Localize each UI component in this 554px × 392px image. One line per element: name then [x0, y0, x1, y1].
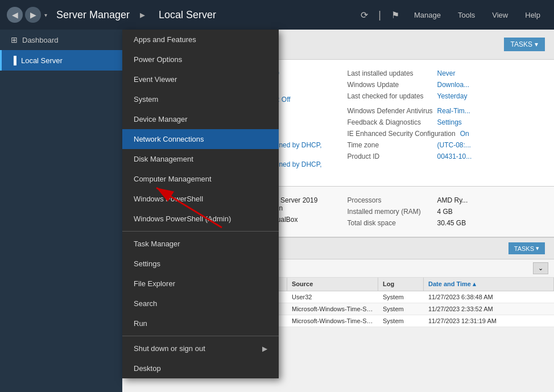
sidebar-item-local-server[interactable]: ▐ Local Server — [0, 50, 122, 71]
expand-button[interactable]: ⌄ — [533, 262, 548, 274]
antivirus-value[interactable]: Real-Tim... — [437, 107, 470, 115]
cell-datetime: 11/27/2023 2:33:52 AM — [424, 303, 554, 315]
menu-item-event-viewer[interactable]: Event Viewer — [122, 69, 279, 89]
back-button[interactable]: ◀ — [7, 7, 23, 23]
sidebar-item-dashboard[interactable]: ⊞ Dashboard — [0, 30, 122, 50]
menu-label: System — [134, 95, 158, 104]
menu-item-run[interactable]: Run — [122, 313, 279, 333]
prop-row: Windows Defender Antivirus Real-Tim... — [348, 105, 545, 117]
product-id-value[interactable]: 00431-10... — [437, 152, 472, 160]
menu-item-power-options[interactable]: Power Options — [122, 49, 279, 69]
menu-label: Shut down or sign out — [134, 344, 205, 353]
view-menu[interactable]: View — [485, 7, 515, 23]
menu-item-computer-management[interactable]: Computer Management — [122, 169, 279, 189]
menu-label: Windows PowerShell (Admin) — [134, 214, 231, 223]
title-bar: ◀ ▶ ▾ Server Manager ▸ Local Server ⟳ | … — [0, 0, 554, 30]
sidebar: ⊞ Dashboard ▐ Local Server — [0, 30, 122, 392]
menu-item-disk-management[interactable]: Disk Management — [122, 149, 279, 169]
menu-label: Event Viewer — [134, 75, 177, 84]
prop-label: IE Enhanced Security Configuration — [348, 130, 456, 138]
menu-item-apps-features[interactable]: Apps and Features — [122, 30, 279, 49]
prop-label: Windows Defender Antivirus — [348, 107, 433, 115]
submenu-arrow: ▶ — [262, 345, 267, 353]
nav-buttons: ◀ ▶ ▾ — [7, 7, 47, 23]
menu-divider — [122, 231, 279, 232]
forward-button[interactable]: ▶ — [25, 7, 41, 23]
feedback-value[interactable]: Settings — [437, 118, 462, 126]
prop-label: Feedback & Diagnostics — [348, 118, 433, 126]
cell-source: Microsoft-Windows-Time-Service — [287, 303, 378, 315]
disk-value: 30.45 GB — [437, 219, 466, 227]
prop-row: Processors AMD Ry... — [348, 195, 545, 206]
prop-row: Windows Update Downloa... — [348, 79, 545, 90]
dashboard-icon: ⊞ — [11, 35, 18, 44]
menu-item-powershell-admin[interactable]: Windows PowerShell (Admin) — [122, 209, 279, 229]
prop-label: Processors — [348, 196, 433, 204]
menu-label: Device Manager — [134, 115, 188, 123]
prop-label: Windows Update — [348, 81, 433, 89]
menu-label: Task Manager — [134, 240, 180, 248]
last-updates-value[interactable]: Never — [437, 69, 456, 77]
events-tasks-arrow: ▾ — [536, 245, 539, 252]
timezone-value[interactable]: (UTC-08:... — [437, 141, 471, 149]
prop-label: Installed memory (RAM) — [348, 208, 433, 216]
title-separator: ▸ — [140, 9, 145, 21]
cell-datetime: 11/27/2023 12:31:19 AM — [424, 315, 554, 327]
ie-security-value[interactable]: On — [460, 130, 469, 138]
sidebar-item-label-dashboard: Dashboard — [22, 36, 59, 44]
cell-log: System — [378, 315, 424, 327]
menu-item-task-manager[interactable]: Task Manager — [122, 234, 279, 254]
cell-source: Microsoft-Windows-Time-Service — [287, 315, 378, 327]
processors-value: AMD Ry... — [437, 196, 468, 204]
prop-label: Product ID — [348, 152, 433, 160]
prop-label: Last checked for updates — [348, 92, 433, 100]
menu-label: Windows PowerShell — [134, 195, 203, 203]
menu-item-network-connections[interactable]: Network Connections — [122, 129, 279, 149]
local-server-icon: ▐ — [11, 56, 16, 65]
sys-right-section: Processors AMD Ry... Installed memory (R… — [338, 190, 555, 233]
menu-item-shutdown[interactable]: Shut down or sign out ▶ — [122, 339, 279, 358]
menu-label: Network Connections — [134, 135, 204, 143]
col-source: Source — [287, 278, 378, 291]
menu-label: Run — [134, 319, 147, 328]
menu-item-powershell[interactable]: Windows PowerShell — [122, 189, 279, 209]
menu-label: Computer Management — [134, 175, 212, 183]
menu-item-file-explorer[interactable]: File Explorer — [122, 274, 279, 294]
prop-label: Total disk space — [348, 219, 433, 227]
col-datetime[interactable]: Date and Time ▴ — [424, 278, 554, 291]
ram-value: 4 GB — [437, 208, 453, 216]
menu-item-device-manager[interactable]: Device Manager — [122, 109, 279, 129]
menu-item-settings[interactable]: Settings — [122, 254, 279, 274]
menu-label: Disk Management — [134, 155, 193, 163]
events-tasks-button[interactable]: TASKS ▾ — [508, 242, 545, 254]
menu-label: Apps and Features — [134, 35, 196, 44]
sidebar-item-label-local-server: Local Server — [21, 56, 63, 65]
app-title: Server Manager — [56, 9, 130, 21]
current-view: Local Server — [159, 9, 216, 21]
menu-divider — [122, 336, 279, 336]
prop-label: Last installed updates — [348, 69, 433, 77]
separator-bar: | — [378, 9, 381, 21]
prop-row: Installed memory (RAM) 4 GB — [348, 206, 545, 217]
context-menu: Apps and Features Power Options Event Vi… — [122, 30, 279, 378]
manage-menu[interactable]: Manage — [407, 7, 448, 23]
tasks-label: TASKS — [511, 40, 532, 48]
events-tasks-label: TASKS — [514, 245, 534, 252]
windows-update-value[interactable]: Downloa... — [437, 81, 470, 89]
title-right: ⟳ | ⚑ Manage Tools View Help — [356, 7, 547, 23]
cell-log: System — [378, 291, 424, 303]
prop-right-section: Last installed updates Never Windows Upd… — [338, 63, 555, 183]
help-menu[interactable]: Help — [518, 7, 547, 23]
menu-item-desktop[interactable]: Desktop — [122, 358, 279, 378]
menu-item-system[interactable]: System — [122, 89, 279, 109]
menu-item-search[interactable]: Search — [122, 294, 279, 313]
refresh-icon[interactable]: ⟳ — [356, 7, 373, 23]
last-checked-value[interactable]: Yesterday — [437, 92, 468, 100]
prop-row: Total disk space 30.45 GB — [348, 217, 545, 229]
prop-label: Time zone — [348, 141, 433, 149]
flag-icon[interactable]: ⚑ — [387, 7, 404, 23]
tools-menu[interactable]: Tools — [451, 7, 482, 23]
nav-dropdown-arrow[interactable]: ▾ — [44, 12, 47, 18]
prop-row: Last checked for updates Yesterday — [348, 90, 545, 102]
properties-tasks-button[interactable]: TASKS ▾ — [504, 38, 545, 51]
